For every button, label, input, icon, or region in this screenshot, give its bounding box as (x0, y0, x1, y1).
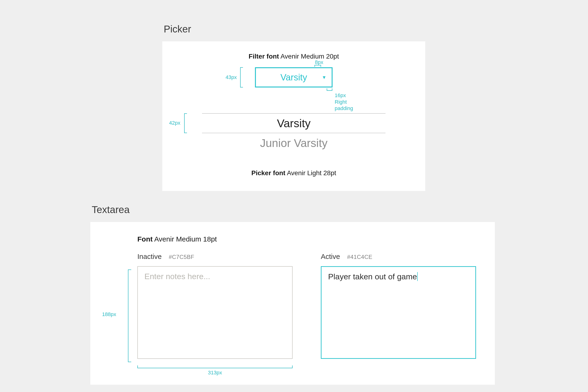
dimension-bracket-8px (314, 65, 321, 67)
textarea-active-label: Active (321, 252, 340, 260)
filter-dropdown-value: Varsity (280, 72, 307, 82)
textarea-inactive-column: Inactive #C7C5BF Enter notes here... (137, 252, 292, 359)
dimension-label-8px: 8px (315, 59, 323, 65)
picker-font-spec-value: Avenir Light 28pt (287, 169, 336, 176)
chevron-down-icon: ▼ (322, 75, 326, 80)
textarea-section-title: Textarea (92, 204, 588, 216)
picker-wheel-item-next[interactable]: Junior Varsity (202, 133, 386, 153)
picker-wheel-item-selected[interactable]: Varsity (202, 113, 386, 133)
notes-textarea-inactive[interactable]: Enter notes here... (137, 266, 292, 359)
picker-section: Picker Filter font Avenir Medium 20pt 8p… (162, 24, 588, 191)
filter-dropdown[interactable]: Varsity ▼ (255, 67, 332, 88)
textarea-inactive-hex: #C7C5BF (169, 254, 194, 260)
dimension-label-313px: 313px (208, 370, 222, 376)
textarea-font-spec-label: Font (137, 235, 153, 243)
textarea-section: Textarea Font Avenir Medium 18pt 188px 3… (90, 204, 588, 385)
notes-textarea-active[interactable]: Player taken out of game (321, 266, 476, 359)
picker-font-spec: Picker font Avenir Light 28pt (176, 169, 411, 177)
dimension-bracket-42px (184, 113, 187, 133)
textarea-active-hex: #41C4CE (347, 254, 372, 260)
dimension-bracket-313px (137, 366, 292, 368)
notes-textarea-placeholder: Enter notes here... (144, 272, 210, 281)
dropdown-row: 8px 43px 16px Right padding Varsity ▼ (176, 67, 411, 88)
dimension-bracket-16px (327, 88, 332, 91)
dimension-bracket-43px (240, 67, 243, 88)
picker-panel: Filter font Avenir Medium 20pt 8px 43px … (162, 42, 425, 191)
textarea-examples-row: 188px 313px Inactive #C7C5BF Enter notes… (137, 252, 476, 359)
picker-font-spec-label: Picker font (252, 169, 286, 176)
dimension-label-16px: 16px Right padding (335, 92, 360, 112)
textarea-inactive-label: Inactive (137, 252, 162, 260)
textarea-active-column: Active #41C4CE Player taken out of game (321, 252, 476, 359)
dimension-label-42px: 42px (169, 120, 180, 126)
textarea-font-spec: Font Avenir Medium 18pt (137, 235, 476, 243)
textarea-panel: Font Avenir Medium 18pt 188px 313px Inac… (90, 222, 495, 385)
picker-wheel[interactable]: 42px Varsity Junior Varsity (202, 113, 386, 153)
picker-section-title: Picker (164, 24, 588, 35)
dimension-label-43px: 43px (226, 74, 237, 80)
dimension-label-188px: 188px (102, 311, 116, 318)
filter-font-spec-value: Avenir Medium 20pt (280, 53, 339, 60)
text-cursor-icon (417, 272, 418, 281)
textarea-inactive-header: Inactive #C7C5BF (137, 252, 292, 260)
notes-textarea-value: Player taken out of game (328, 272, 417, 281)
textarea-active-header: Active #41C4CE (321, 252, 476, 260)
textarea-font-spec-value: Avenir Medium 18pt (154, 235, 217, 243)
filter-font-spec: Filter font Avenir Medium 20pt (176, 53, 411, 60)
filter-font-spec-label: Filter font (248, 53, 279, 60)
dimension-bracket-188px (128, 270, 131, 362)
